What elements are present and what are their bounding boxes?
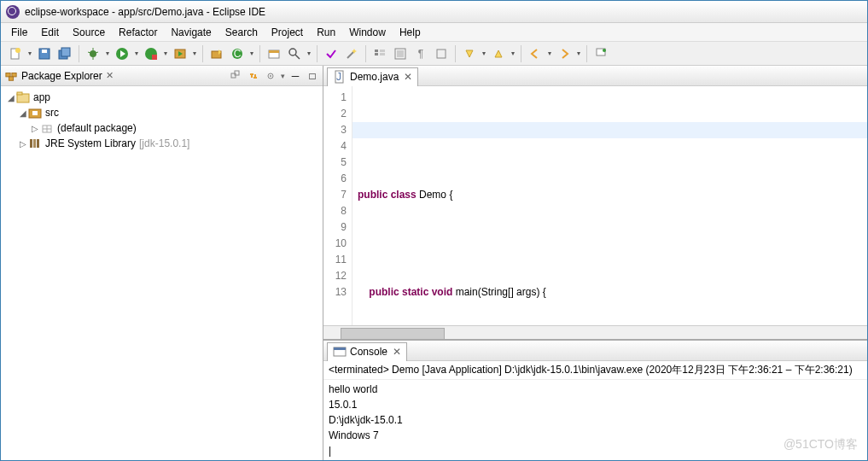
- run-last-button[interactable]: [171, 44, 189, 63]
- new-button[interactable]: [6, 44, 25, 63]
- svg-line-22: [347, 51, 354, 58]
- svg-rect-47: [30, 139, 32, 148]
- svg-point-1: [15, 48, 20, 53]
- coverage-button[interactable]: [142, 44, 160, 63]
- save-button[interactable]: [35, 44, 54, 63]
- prev-annotation-button[interactable]: [489, 44, 508, 63]
- code-area[interactable]: public class Demo { public static void m…: [352, 86, 867, 325]
- run-button[interactable]: [113, 44, 131, 63]
- collapse-all-button[interactable]: [230, 69, 243, 83]
- close-tab-icon[interactable]: ✕: [404, 71, 412, 83]
- watermark: @51CTO博客: [784, 437, 858, 452]
- svg-point-20: [289, 49, 296, 55]
- menu-search[interactable]: Search: [218, 25, 265, 40]
- toggle-block-button[interactable]: [391, 44, 410, 63]
- menu-file[interactable]: File: [4, 25, 34, 40]
- open-type-button[interactable]: [265, 44, 283, 63]
- svg-rect-19: [269, 50, 279, 53]
- minimize-icon[interactable]: ─: [288, 69, 302, 83]
- code-editor[interactable]: 123 456 789 10111213 public class Demo {…: [323, 86, 867, 325]
- menu-source[interactable]: Source: [66, 25, 112, 40]
- eclipse-icon: [6, 5, 20, 19]
- tree-node-src[interactable]: ◢ src: [6, 105, 317, 120]
- dropdown-icon[interactable]: ▾: [510, 50, 516, 57]
- toggle-breadcrumb-button[interactable]: [370, 44, 389, 63]
- dropdown-icon[interactable]: ▾: [191, 50, 198, 57]
- dropdown-icon[interactable]: ▾: [133, 50, 140, 57]
- search-button[interactable]: [285, 44, 304, 63]
- svg-rect-24: [375, 53, 378, 55]
- tree-node-project[interactable]: ◢ app: [6, 90, 317, 105]
- project-icon: [16, 90, 30, 104]
- menu-edit[interactable]: Edit: [34, 25, 66, 40]
- dropdown-icon[interactable]: ▾: [104, 50, 111, 57]
- console-status: <terminated> Demo [Java Application] D:\…: [323, 361, 867, 380]
- back-button[interactable]: [526, 44, 545, 63]
- java-file-icon: J: [333, 70, 347, 84]
- svg-rect-49: [37, 139, 39, 148]
- focus-button[interactable]: [264, 69, 277, 83]
- tree-node-default-package[interactable]: ▷ (default package): [6, 120, 317, 136]
- forward-button[interactable]: [555, 44, 574, 63]
- close-tab-icon[interactable]: ✕: [393, 346, 401, 358]
- dropdown-icon[interactable]: ▾: [481, 50, 487, 57]
- editor-tab-demo[interactable]: J Demo.java ✕: [327, 67, 418, 86]
- svg-rect-3: [42, 50, 47, 53]
- package-explorer-title: Package Explorer: [21, 70, 102, 82]
- dropdown-icon[interactable]: ▾: [575, 50, 582, 57]
- svg-rect-35: [9, 76, 13, 79]
- title-bar: eclipse-workspace - app/src/Demo.java - …: [1, 1, 867, 23]
- menu-help[interactable]: Help: [393, 25, 428, 40]
- console-tabs: Console ✕: [323, 341, 867, 361]
- console-icon: [333, 345, 347, 359]
- svg-rect-34: [12, 73, 16, 76]
- svg-point-39: [270, 75, 271, 77]
- svg-point-32: [603, 49, 606, 52]
- menu-run[interactable]: Run: [310, 25, 342, 40]
- svg-line-21: [295, 55, 300, 59]
- package-tree[interactable]: ◢ app ◢ src ▷ (default package) ▷ JRE Sy…: [1, 86, 323, 460]
- close-icon[interactable]: ✕: [106, 70, 114, 81]
- svg-point-6: [90, 50, 96, 57]
- next-annotation-button[interactable]: [460, 44, 479, 63]
- package-explorer-header: Package Explorer ✕ ▾ ─ □: [1, 66, 323, 86]
- save-all-button[interactable]: [55, 44, 74, 63]
- menu-window[interactable]: Window: [342, 25, 393, 40]
- toolbar: ▾ ▾ ▾ ▾ ▾ C▾ ▾ ¶ ▾ ▾ ▾ ▾: [1, 42, 867, 66]
- svg-text:J: J: [336, 71, 341, 83]
- wand-button[interactable]: [342, 44, 361, 63]
- svg-rect-48: [33, 139, 36, 148]
- svg-rect-25: [380, 50, 385, 52]
- link-editor-button[interactable]: [247, 69, 260, 83]
- svg-rect-41: [17, 92, 22, 95]
- dropdown-icon[interactable]: ▾: [306, 50, 312, 57]
- tree-node-jre[interactable]: ▷ JRE System Library [jdk-15.0.1]: [6, 136, 317, 151]
- pin-button[interactable]: [591, 44, 610, 63]
- show-whitespace-button[interactable]: ¶: [411, 44, 430, 63]
- toggle-button[interactable]: [432, 44, 451, 63]
- dropdown-icon[interactable]: ▾: [162, 50, 169, 57]
- toggle-mark-button[interactable]: [322, 44, 341, 63]
- svg-rect-28: [397, 50, 404, 57]
- horizontal-scrollbar[interactable]: [323, 325, 867, 339]
- editor-tabs: J Demo.java ✕: [323, 66, 867, 86]
- dropdown-icon[interactable]: ▾: [26, 50, 33, 57]
- library-icon: [28, 137, 42, 150]
- src-folder-icon: [28, 106, 42, 120]
- view-menu-icon[interactable]: ▾: [281, 72, 285, 80]
- svg-rect-33: [6, 73, 10, 76]
- maximize-icon[interactable]: □: [306, 69, 319, 83]
- menu-refactor[interactable]: Refactor: [112, 25, 164, 40]
- svg-text:C: C: [234, 48, 242, 60]
- svg-rect-30: [437, 50, 446, 58]
- dropdown-icon[interactable]: ▾: [546, 50, 553, 57]
- menu-navigate[interactable]: Navigate: [164, 25, 218, 40]
- debug-button[interactable]: [84, 44, 102, 63]
- package-icon: [40, 121, 54, 135]
- console-tab[interactable]: Console ✕: [327, 342, 407, 361]
- menu-project[interactable]: Project: [265, 25, 310, 40]
- new-class-button[interactable]: C: [228, 44, 247, 63]
- dropdown-icon[interactable]: ▾: [248, 50, 255, 57]
- svg-rect-23: [375, 50, 378, 52]
- new-package-button[interactable]: [207, 44, 226, 63]
